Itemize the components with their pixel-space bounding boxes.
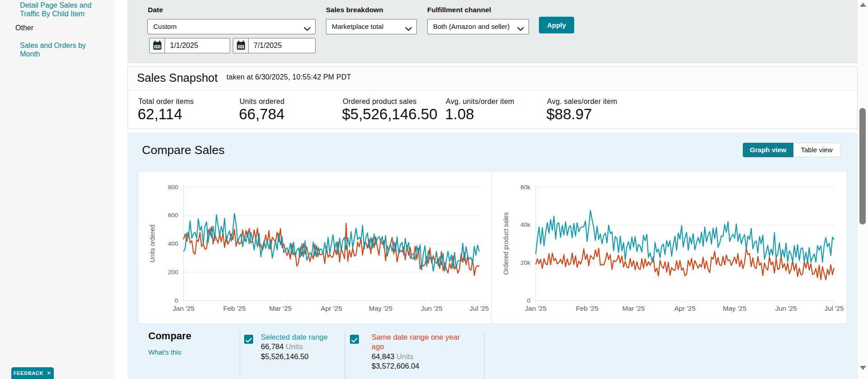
svg-text:Feb '25: Feb '25 xyxy=(223,304,246,312)
svg-text:40k: 40k xyxy=(520,221,530,228)
svg-text:800: 800 xyxy=(168,184,178,191)
svg-text:0: 0 xyxy=(175,297,178,304)
svg-text:Jan '25: Jan '25 xyxy=(525,304,547,312)
svg-text:Feb '25: Feb '25 xyxy=(576,304,599,312)
svg-text:Mar '25: Mar '25 xyxy=(623,304,645,312)
svg-text:20k: 20k xyxy=(520,259,530,266)
svg-text:Jan '25: Jan '25 xyxy=(173,304,194,312)
svg-text:May '25: May '25 xyxy=(369,304,392,312)
svg-text:200: 200 xyxy=(168,269,178,276)
svg-text:Jun '25: Jun '25 xyxy=(421,304,443,312)
svg-text:Jul '25: Jul '25 xyxy=(825,304,844,312)
svg-text:May '25: May '25 xyxy=(723,304,746,312)
svg-text:0: 0 xyxy=(527,297,530,304)
svg-text:60k: 60k xyxy=(520,184,530,191)
svg-text:Apr '25: Apr '25 xyxy=(321,304,342,312)
svg-text:Units ordered: Units ordered xyxy=(149,225,156,262)
svg-text:Mar '25: Mar '25 xyxy=(269,304,292,312)
svg-text:600: 600 xyxy=(168,212,178,219)
svg-text:Jun '25: Jun '25 xyxy=(775,304,797,312)
svg-text:Jul '25: Jul '25 xyxy=(470,304,489,312)
svg-text:Ordered product sales: Ordered product sales xyxy=(502,212,509,275)
svg-text:Apr '25: Apr '25 xyxy=(674,304,695,312)
svg-text:400: 400 xyxy=(168,240,178,247)
